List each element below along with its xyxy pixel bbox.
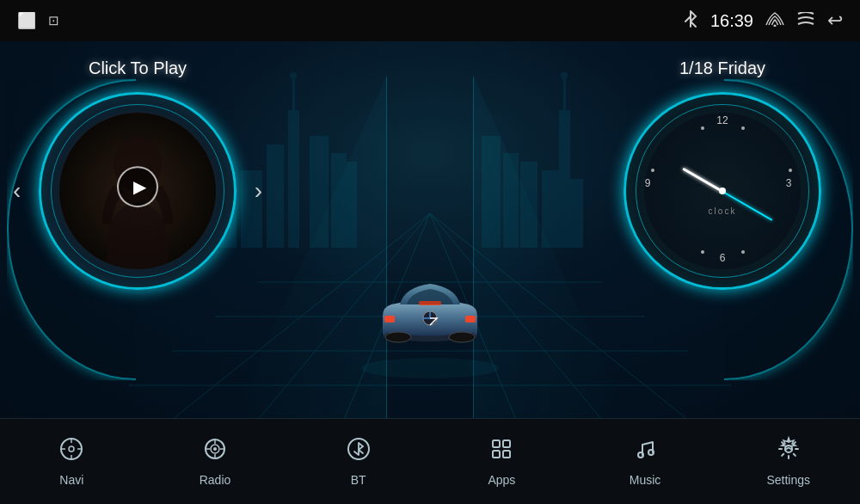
clock-center-dot	[719, 187, 726, 194]
clock-tick-1	[741, 126, 745, 130]
bluetooth-icon	[683, 9, 698, 33]
svg-point-17	[561, 72, 568, 79]
clock-label: clock	[709, 206, 737, 216]
clock-tick-4	[651, 169, 654, 172]
status-right-icons: 16:39 ↩	[683, 9, 843, 33]
right-panel: 1/18 Friday 12 3 6 9	[602, 58, 843, 385]
clock-tick-3	[789, 169, 792, 172]
settings-icon	[776, 436, 802, 468]
nav-item-music[interactable]: Music	[574, 436, 717, 487]
radio-label: Radio	[200, 473, 231, 487]
bottom-nav: Navi Radio BT	[0, 418, 860, 504]
apps-label: Apps	[488, 473, 515, 487]
navi-icon	[58, 436, 84, 468]
svg-point-37	[449, 332, 475, 342]
svg-rect-50	[493, 451, 500, 458]
navi-label: Navi	[59, 473, 83, 487]
album-art-inner: ▶ ADELE	[59, 113, 216, 269]
svg-rect-2	[288, 110, 299, 248]
svg-rect-32	[384, 316, 395, 323]
nav-item-bt[interactable]: BT	[286, 436, 430, 487]
apps-icon	[488, 436, 514, 468]
menu-icon[interactable]	[796, 12, 815, 30]
nav-item-apps[interactable]: Apps	[430, 436, 574, 487]
music-label: Music	[630, 473, 661, 487]
svg-point-0	[774, 24, 777, 27]
svg-rect-48	[493, 440, 500, 447]
hour-hand	[682, 168, 722, 193]
svg-rect-34	[419, 301, 441, 305]
svg-point-39	[69, 446, 74, 452]
status-bar: ⬜ ⊡ 16:39 ↩	[0, 0, 860, 41]
signal-icon	[765, 11, 784, 31]
svg-point-46	[213, 447, 217, 451]
minute-hand	[722, 190, 773, 221]
time-display: 16:39	[710, 11, 753, 31]
clock-tick-5	[741, 250, 745, 254]
album-art[interactable]: ▶ ADELE	[59, 113, 216, 269]
status-left-icons: ⬜ ⊡	[17, 11, 59, 30]
main-display: Click To Play	[0, 41, 860, 418]
prev-button[interactable]: ‹	[13, 177, 21, 205]
clock-dial[interactable]: 12 3 6 9 clock	[624, 92, 821, 290]
bt-icon	[346, 436, 372, 468]
music-dial[interactable]: ▶ ADELE ‹ ›	[39, 92, 236, 290]
back-icon[interactable]: ↩	[827, 9, 843, 32]
play-button[interactable]: ▶	[117, 166, 158, 207]
svg-point-52	[638, 452, 643, 458]
date-display: 1/18 Friday	[679, 58, 765, 78]
clock-9: 9	[639, 177, 656, 189]
clock-tick-6	[701, 250, 704, 254]
next-button[interactable]: ›	[255, 177, 262, 205]
car-display	[366, 268, 494, 358]
clock-6: 6	[714, 252, 731, 264]
svg-rect-33	[465, 316, 476, 323]
clock-tick-2	[701, 126, 704, 130]
screenshot-icon: ⊡	[48, 13, 59, 28]
svg-rect-51	[503, 451, 510, 458]
svg-point-53	[648, 450, 654, 455]
click-to-play-label[interactable]: Click To Play	[89, 58, 187, 78]
svg-point-3	[290, 72, 297, 79]
settings-label: Settings	[766, 473, 810, 487]
nav-item-radio[interactable]: Radio	[144, 436, 287, 487]
music-icon	[632, 436, 658, 468]
clock-3: 3	[780, 177, 797, 189]
car-svg	[366, 268, 494, 354]
svg-rect-4	[267, 144, 284, 248]
svg-point-36	[385, 332, 411, 342]
svg-rect-16	[559, 110, 570, 248]
radio-icon	[202, 436, 228, 468]
window-icon: ⬜	[17, 11, 36, 30]
bt-label: BT	[351, 473, 366, 487]
svg-rect-49	[503, 440, 510, 447]
nav-item-settings[interactable]: Settings	[716, 436, 860, 487]
nav-item-navi[interactable]: Navi	[0, 436, 144, 487]
clock-12: 12	[714, 114, 731, 126]
clock-face: 12 3 6 9 clock	[644, 113, 801, 269]
left-panel: Click To Play	[17, 58, 258, 385]
